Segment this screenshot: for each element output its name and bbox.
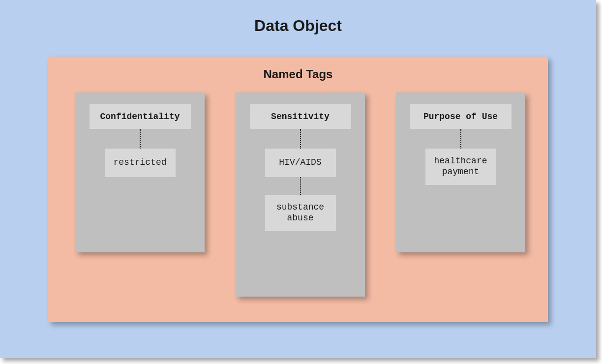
named-tags-title: Named Tags [48, 57, 548, 81]
tag-value: restricted [105, 149, 176, 177]
tag-value: healthcare payment [425, 149, 496, 185]
tag-header-confidentiality: Confidentiality [90, 104, 191, 129]
tag-value: substance abuse [265, 195, 336, 231]
data-object-container: Data Object Named Tags Confidentiality r… [0, 0, 596, 358]
connector-vertical [300, 177, 301, 195]
tag-panel-purpose-of-use: Purpose of Use healthcare payment [396, 92, 525, 252]
connector-vertical [140, 129, 141, 149]
connector-vertical [460, 129, 461, 149]
named-tags-container: Named Tags Confidentiality restricted Se… [48, 57, 548, 322]
tag-panel-confidentiality: Confidentiality restricted [75, 92, 205, 252]
tag-header-purpose-of-use: Purpose of Use [410, 104, 512, 129]
tag-panel-sensitivity: Sensitivity HIV/AIDS substance abuse [236, 92, 365, 297]
tag-value: HIV/AIDS [265, 149, 336, 177]
diagram-title: Data Object [0, 0, 596, 35]
tag-header-sensitivity: Sensitivity [250, 104, 351, 129]
connector-vertical [300, 129, 301, 149]
